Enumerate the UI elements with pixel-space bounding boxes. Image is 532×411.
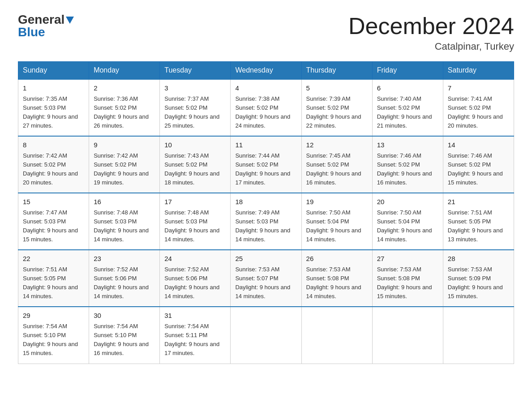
sunrise-label: Sunrise: [306, 266, 329, 273]
sunrise-label: Sunrise: [448, 209, 471, 216]
day-number: 31 [164, 311, 226, 321]
sunrise-label: Sunrise: [94, 266, 116, 273]
daylight-label: Daylight: [164, 341, 189, 347]
header-friday: Friday [372, 62, 443, 80]
sunrise-time: 7:53 AM [329, 266, 351, 273]
sunrise-time: 7:53 AM [471, 266, 492, 273]
calendar-day-cell: 4 Sunrise: 7:38 AM Sunset: 5:02 PM Dayli… [231, 79, 301, 136]
calendar-day-cell: 6 Sunrise: 7:40 AM Sunset: 5:02 PM Dayli… [372, 79, 443, 136]
calendar-body: 1 Sunrise: 7:35 AM Sunset: 5:03 PM Dayli… [18, 79, 514, 364]
day-info: Sunrise: 7:47 AM Sunset: 5:03 PM Dayligh… [23, 208, 84, 244]
daylight-label: Daylight: [164, 170, 189, 177]
day-info: Sunrise: 7:50 AM Sunset: 5:04 PM Dayligh… [377, 208, 438, 244]
sunset-label: Sunset: [164, 104, 186, 111]
sunrise-time: 7:54 AM [46, 323, 67, 330]
sunset-label: Sunset: [94, 275, 115, 282]
sunset-time: 5:06 PM [115, 275, 137, 282]
day-info: Sunrise: 7:54 AM Sunset: 5:11 PM Dayligh… [164, 322, 226, 358]
sunrise-label: Sunrise: [377, 209, 400, 216]
sunrise-time: 7:38 AM [258, 95, 280, 102]
day-info: Sunrise: 7:41 AM Sunset: 5:02 PM Dayligh… [448, 94, 509, 131]
day-info: Sunrise: 7:50 AM Sunset: 5:04 PM Dayligh… [306, 208, 368, 244]
day-info: Sunrise: 7:39 AM Sunset: 5:02 PM Dayligh… [306, 94, 368, 131]
calendar-day-cell: 2 Sunrise: 7:36 AM Sunset: 5:02 PM Dayli… [89, 79, 160, 136]
daylight-label: Daylight: [94, 284, 118, 291]
calendar-day-cell: 5 Sunrise: 7:39 AM Sunset: 5:02 PM Dayli… [301, 79, 372, 136]
day-number: 14 [448, 140, 509, 150]
sunrise-label: Sunrise: [23, 323, 46, 330]
day-number: 11 [235, 140, 296, 150]
sunrise-time: 7:44 AM [258, 152, 280, 159]
calendar-day-cell [443, 307, 514, 364]
sunset-label: Sunset: [94, 218, 115, 225]
day-number: 25 [235, 254, 296, 264]
calendar-week-row: 8 Sunrise: 7:42 AM Sunset: 5:02 PM Dayli… [18, 136, 514, 193]
sunset-time: 5:03 PM [44, 104, 66, 111]
day-number: 16 [94, 197, 155, 207]
sunset-label: Sunset: [94, 161, 115, 168]
calendar-day-cell: 13 Sunrise: 7:46 AM Sunset: 5:02 PM Dayl… [372, 136, 443, 193]
sunrise-time: 7:35 AM [46, 95, 67, 102]
day-number: 23 [94, 254, 155, 264]
sunset-time: 5:04 PM [398, 218, 420, 225]
calendar-day-cell: 27 Sunrise: 7:53 AM Sunset: 5:08 PM Dayl… [372, 250, 443, 307]
daylight-label: Daylight: [377, 227, 401, 234]
sunset-label: Sunset: [23, 275, 44, 282]
page-header: General Blue December 2024 Catalpinar, T… [18, 13, 514, 52]
sunset-time: 5:02 PM [398, 161, 420, 168]
calendar-day-cell [231, 307, 301, 364]
sunrise-time: 7:43 AM [188, 152, 209, 159]
sunset-label: Sunset: [448, 275, 469, 282]
day-number: 29 [23, 311, 84, 321]
sunset-label: Sunset: [23, 161, 44, 168]
sunset-label: Sunset: [448, 218, 469, 225]
calendar-week-row: 22 Sunrise: 7:51 AM Sunset: 5:05 PM Dayl… [18, 250, 514, 307]
day-info: Sunrise: 7:44 AM Sunset: 5:02 PM Dayligh… [235, 151, 296, 188]
day-number: 22 [23, 254, 84, 264]
sunset-label: Sunset: [235, 218, 257, 225]
sunset-time: 5:03 PM [115, 218, 137, 225]
day-number: 8 [23, 140, 84, 150]
day-number: 26 [306, 254, 368, 264]
day-info: Sunrise: 7:53 AM Sunset: 5:07 PM Dayligh… [235, 265, 296, 301]
calendar-day-cell: 3 Sunrise: 7:37 AM Sunset: 5:02 PM Dayli… [160, 79, 231, 136]
sunset-time: 5:02 PM [469, 104, 491, 111]
calendar-header: Sunday Monday Tuesday Wednesday Thursday… [18, 62, 514, 80]
location-subtitle: Catalpinar, Turkey [348, 41, 514, 52]
sunrise-time: 7:42 AM [46, 152, 67, 159]
day-number: 3 [164, 83, 226, 94]
logo-blue-text: Blue [18, 25, 45, 39]
sunrise-time: 7:54 AM [116, 323, 138, 330]
calendar-day-cell: 24 Sunrise: 7:52 AM Sunset: 5:06 PM Dayl… [160, 250, 231, 307]
sunset-time: 5:02 PM [115, 161, 137, 168]
sunset-time: 5:02 PM [398, 104, 420, 111]
calendar-week-row: 15 Sunrise: 7:47 AM Sunset: 5:03 PM Dayl… [18, 193, 514, 250]
day-number: 4 [235, 83, 296, 94]
day-info: Sunrise: 7:52 AM Sunset: 5:06 PM Dayligh… [94, 265, 155, 301]
calendar-table: Sunday Monday Tuesday Wednesday Thursday… [18, 61, 514, 364]
daylight-label: Daylight: [235, 227, 259, 234]
day-number: 21 [448, 197, 509, 207]
day-number: 5 [306, 83, 368, 94]
sunrise-time: 7:51 AM [46, 266, 67, 273]
sunrise-label: Sunrise: [164, 95, 187, 102]
calendar-day-cell: 25 Sunrise: 7:53 AM Sunset: 5:07 PM Dayl… [231, 250, 301, 307]
sunrise-time: 7:41 AM [471, 95, 492, 102]
sunrise-time: 7:37 AM [188, 95, 209, 102]
daylight-label: Daylight: [448, 284, 472, 291]
sunset-time: 5:02 PM [257, 104, 278, 111]
day-info: Sunrise: 7:40 AM Sunset: 5:02 PM Dayligh… [377, 94, 438, 131]
day-info: Sunrise: 7:54 AM Sunset: 5:10 PM Dayligh… [23, 322, 84, 358]
sunrise-time: 7:52 AM [116, 266, 138, 273]
sunrise-label: Sunrise: [235, 152, 258, 159]
calendar-day-cell: 11 Sunrise: 7:44 AM Sunset: 5:02 PM Dayl… [231, 136, 301, 193]
sunrise-label: Sunrise: [306, 209, 329, 216]
daylight-label: Daylight: [23, 341, 47, 347]
sunset-time: 5:02 PM [469, 161, 491, 168]
daylight-label: Daylight: [94, 113, 118, 120]
sunset-label: Sunset: [306, 218, 328, 225]
day-number: 2 [94, 83, 155, 94]
sunset-time: 5:02 PM [115, 104, 137, 111]
sunrise-time: 7:46 AM [400, 152, 421, 159]
sunset-label: Sunset: [164, 332, 186, 338]
